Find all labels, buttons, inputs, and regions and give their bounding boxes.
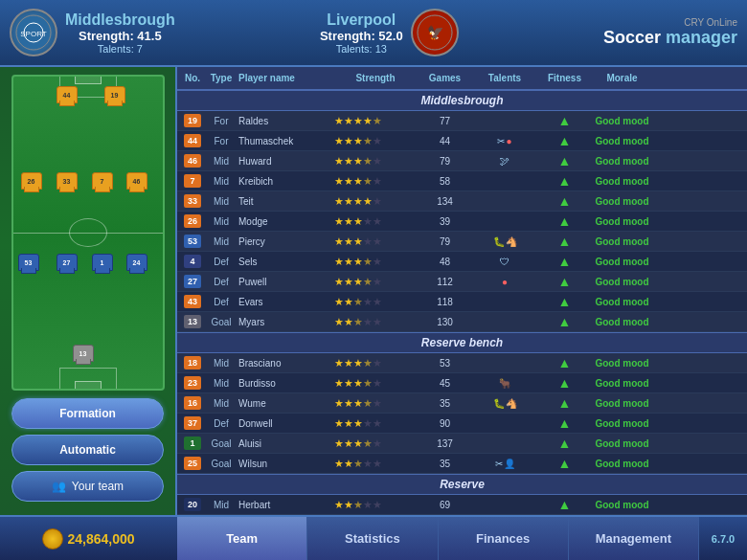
player-fitness: ▲: [538, 496, 591, 513]
player-strength: ★★★★★: [332, 437, 419, 451]
player-row[interactable]: 16 Mid Wume ★★★★★ 35 🐛🐴 ▲ Good mood: [177, 393, 747, 414]
player-row[interactable]: 27 Def Puwell ★★★★★ 112 ● ▲ Good mood: [177, 272, 747, 292]
player-token-1[interactable]: 1: [92, 254, 113, 271]
player-name: Puwell: [237, 276, 332, 288]
player-talents: [471, 422, 538, 424]
section-header: Reserve bench: [177, 332, 747, 353]
player-row[interactable]: 43 Def Evars ★★★★★ 118 ▲ Good mood: [177, 292, 747, 312]
player-token-27[interactable]: 27: [57, 254, 78, 271]
tab-management[interactable]: Management: [569, 517, 699, 560]
player-number: 1: [179, 436, 206, 451]
player-token-13[interactable]: 13: [73, 345, 94, 362]
player-strength: ★★★★★: [332, 396, 419, 411]
player-games: 44: [419, 135, 471, 147]
player-number: 37: [179, 415, 206, 431]
player-token-7[interactable]: 7: [92, 172, 113, 190]
player-row[interactable]: 20 Mid Herbart ★★★★★ 69 ▲ Good mood: [177, 495, 747, 515]
cry-label: CRY OnLine: [603, 17, 737, 28]
player-number: 26: [179, 213, 206, 229]
player-row[interactable]: 18 Mid Brasciano ★★★★★ 53 ▲ Good mood: [177, 353, 747, 373]
left-panel: 44 19 26 33 7 46 53 27 1: [0, 67, 177, 515]
player-type: Mid: [206, 377, 237, 390]
player-talents: [471, 504, 538, 505]
automatic-button[interactable]: Automatic: [11, 435, 164, 465]
player-morale: Good mood: [591, 175, 653, 188]
player-games: 118: [419, 296, 471, 308]
col-name: Player name: [237, 71, 332, 85]
pitch-lines: [13, 77, 163, 389]
player-fitness: ▲: [538, 394, 591, 412]
player-row[interactable]: 7 Mid Kreibich ★★★★★ 58 ▲ Good mood: [177, 171, 747, 191]
player-games: 35: [419, 458, 471, 470]
tab-statistics[interactable]: Statistics: [307, 517, 438, 560]
player-games: 48: [419, 256, 471, 268]
player-strength: ★★★★★: [332, 174, 419, 189]
player-name: Teit: [237, 195, 332, 208]
player-talents: ✂●: [471, 135, 538, 147]
player-games: 112: [419, 276, 471, 288]
player-token-44[interactable]: 44: [57, 86, 78, 103]
tab-finances[interactable]: Finances: [439, 517, 569, 560]
player-number: 27: [179, 274, 206, 289]
player-number: 20: [179, 497, 206, 512]
liverpool-strength: Strength: 52.0: [320, 29, 403, 43]
player-fitness: ▲: [538, 414, 591, 432]
col-morale: Morale: [591, 71, 653, 85]
player-type: Mid: [206, 195, 237, 208]
player-row[interactable]: 33 Mid Teit ★★★★★ 134 ▲ Good mood: [177, 191, 747, 212]
player-row[interactable]: 23 Mid Burdisso ★★★★★ 45 🐂 ▲ Good mood: [177, 373, 747, 393]
player-morale: Good mood: [591, 417, 653, 430]
player-number: 18: [179, 355, 206, 370]
player-name: Burdisso: [237, 377, 332, 390]
player-number: 16: [179, 395, 206, 411]
player-number: 23: [179, 375, 206, 391]
player-type: Goal: [206, 458, 237, 470]
player-row[interactable]: 44 For Thumaschek ★★★★★ 44 ✂● ▲ Good moo…: [177, 131, 747, 151]
player-type: Mid: [206, 499, 237, 511]
player-row[interactable]: 4 Def Sels ★★★★★ 48 🛡 ▲ Good mood: [177, 252, 747, 272]
formation-button[interactable]: Formation: [11, 398, 164, 429]
player-talents: 🐂: [471, 377, 538, 390]
player-type: Goal: [206, 437, 237, 450]
player-games: 79: [419, 155, 471, 168]
player-row[interactable]: 13 Goal Myars ★★★★★ 130 ▲ Good mood: [177, 312, 747, 332]
player-token-53[interactable]: 53: [18, 254, 39, 271]
player-token-19[interactable]: 19: [104, 86, 125, 103]
player-talents: [471, 180, 538, 182]
liverpool-talents: Talents: 13: [320, 43, 403, 55]
player-name: Thumaschek: [237, 135, 332, 147]
player-row[interactable]: 19 For Raldes ★★★★★ 77 ▲ Good mood: [177, 111, 747, 131]
player-row[interactable]: 53 Mid Piercy ★★★★★ 79 🐛🐴 ▲ Good mood: [177, 232, 747, 252]
your-team-button[interactable]: 👥 Your team: [11, 471, 164, 502]
version-display: 6.7.0: [699, 533, 747, 545]
player-strength: ★★★★★: [332, 498, 419, 512]
player-row[interactable]: 46 Mid Huward ★★★★★ 79 🕊 ▲ Good mood: [177, 151, 747, 171]
player-row[interactable]: 1 Goal Aluisi ★★★★★ 137 ▲ Good mood: [177, 434, 747, 454]
player-fitness: ▲: [538, 192, 591, 210]
player-games: 77: [419, 115, 471, 127]
player-morale: Good mood: [591, 195, 653, 208]
player-table[interactable]: No. Type Player name Strength Games Tale…: [177, 67, 747, 515]
player-games: 69: [419, 499, 471, 511]
player-row[interactable]: 25 Goal Wilsun ★★★★★ 35 ✂👤 ▲ Good mood: [177, 454, 747, 474]
player-fitness: ▲: [538, 273, 591, 290]
player-row[interactable]: 37 Def Donwell ★★★★★ 90 ▲ Good mood: [177, 414, 747, 434]
col-no: No.: [179, 71, 206, 85]
player-type: Def: [206, 417, 237, 430]
player-name: Kreibich: [237, 175, 332, 188]
player-token-33[interactable]: 33: [57, 172, 78, 190]
tab-team[interactable]: Team: [177, 517, 307, 560]
player-games: 35: [419, 397, 471, 410]
player-games: 137: [419, 437, 471, 450]
player-number: 46: [179, 153, 206, 168]
money-display: 24,864,000: [0, 528, 177, 549]
team-left: SPORT Middlesbrough Strength: 41.5 Talen…: [10, 9, 175, 56]
col-strength: Strength: [332, 71, 419, 85]
player-token-26[interactable]: 26: [21, 172, 42, 190]
player-row[interactable]: 26 Mid Modge ★★★★★ 39 ▲ Good mood: [177, 212, 747, 232]
player-token-24[interactable]: 24: [126, 254, 147, 271]
player-token-46[interactable]: 46: [126, 172, 147, 190]
player-fitness: ▲: [538, 112, 591, 129]
middlesbrough-info: Middlesbrough Strength: 41.5 Talents: 7: [65, 11, 175, 55]
col-type: Type: [206, 71, 237, 85]
